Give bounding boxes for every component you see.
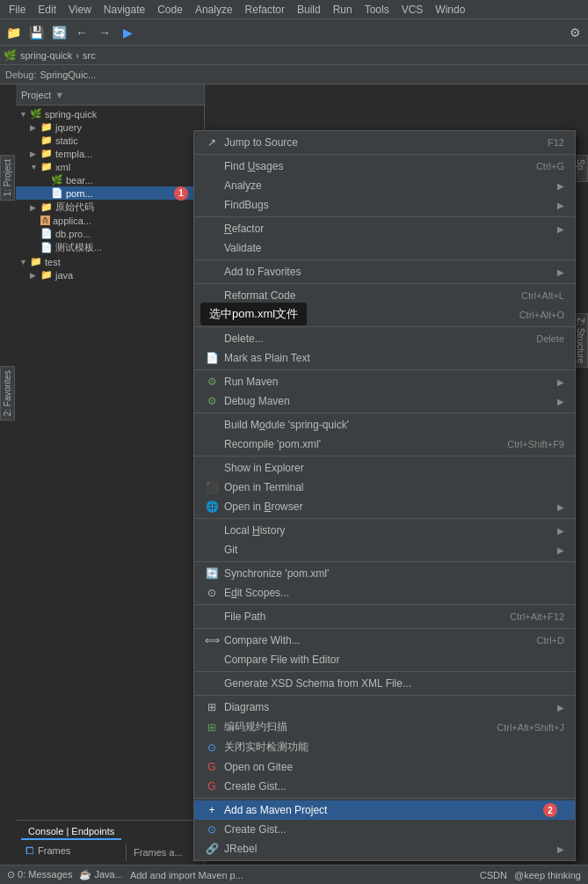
- status-java[interactable]: ☕ Java...: [79, 869, 122, 880]
- separator-1: [194, 154, 575, 155]
- tree-item-java[interactable]: ▶ 📁 java: [16, 268, 204, 281]
- menu-git[interactable]: Git ▶: [194, 540, 575, 559]
- menu-compare-with[interactable]: ⟺ Compare With... Ctrl+D: [194, 631, 575, 650]
- menu-open-browser[interactable]: 🌐 Open in Browser ▶: [194, 497, 575, 516]
- menu-add-maven-project[interactable]: + Add as Maven Project 2: [194, 800, 575, 820]
- menu-validate[interactable]: Validate: [194, 238, 575, 258]
- tree-item-static[interactable]: 📁 static: [16, 134, 204, 147]
- frames-panel: ⧠ Frames: [21, 844, 127, 861]
- save-button[interactable]: 💾: [26, 23, 46, 42]
- menu-file-path[interactable]: File Path Ctrl+Alt+F12: [194, 607, 575, 626]
- menu-file[interactable]: File: [4, 2, 31, 18]
- menu-add-favorites[interactable]: Add to Favorites ▶: [194, 262, 575, 281]
- back-button[interactable]: ←: [72, 23, 91, 42]
- open-button[interactable]: 📁: [4, 23, 23, 42]
- menu-local-history[interactable]: Local History ▶: [194, 521, 575, 540]
- tree-item-template[interactable]: ▶ 📁 templa...: [16, 147, 204, 160]
- mark-plain-icon: 📄: [205, 351, 219, 365]
- separator-14: [194, 695, 575, 696]
- menu-find-usages[interactable]: Find Usages Ctrl+G: [194, 157, 575, 176]
- menu-generate-xsd[interactable]: Generate XSD Schema from XML File...: [194, 674, 575, 693]
- project-panel-header: Project ▼: [16, 84, 204, 106]
- refresh-button[interactable]: 🔄: [49, 23, 69, 42]
- frames-label: ⧠ Frames: [21, 844, 126, 858]
- menu-build[interactable]: Build: [292, 2, 326, 18]
- console-tab[interactable]: Console | Endpoints: [21, 824, 121, 840]
- menu-code[interactable]: Code: [152, 2, 188, 18]
- menu-code-scan[interactable]: ⊞ 编码规约扫描 Ctrl+Alt+Shift+J: [194, 717, 575, 737]
- menu-open-gitee[interactable]: G Open on Gitee: [194, 757, 575, 777]
- menu-edit-scopes[interactable]: ⊙ Edit Scopes...: [194, 583, 575, 603]
- menu-refactor[interactable]: Refactor ▶: [194, 219, 575, 238]
- menu-create-gist-1[interactable]: G Create Gist...: [194, 777, 575, 796]
- add-maven-icon: +: [205, 803, 219, 817]
- separator-15: [194, 798, 575, 799]
- menu-findbugs[interactable]: FindBugs ▶: [194, 195, 575, 215]
- menu-close-realtime[interactable]: ⊙ 关闭实时检测功能: [194, 737, 575, 757]
- menu-tools[interactable]: Tools: [359, 2, 395, 18]
- menu-debug-maven[interactable]: ⚙ Debug Maven ▶: [194, 391, 575, 411]
- menu-build-module[interactable]: Build Module 'spring-quick': [194, 415, 575, 435]
- separator-10: [194, 561, 575, 562]
- menu-analyze[interactable]: Analyze: [190, 2, 238, 18]
- tree-item-dbprop[interactable]: 📄 db.pro...: [16, 227, 204, 240]
- tree-item-application[interactable]: 🅰 applica...: [16, 215, 204, 227]
- tree-item-testtemplate[interactable]: 📄 测试模板...: [16, 240, 204, 255]
- menu-analyze[interactable]: Analyze ▶: [194, 176, 575, 195]
- separator-11: [194, 604, 575, 605]
- menu-run-maven[interactable]: ⚙ Run Maven ▶: [194, 372, 575, 391]
- code-scan-icon: ⊞: [205, 720, 219, 734]
- menu-jrebel[interactable]: 🔗 JRebel ▶: [194, 839, 575, 858]
- compare-icon: ⟺: [205, 633, 219, 647]
- sync-icon: 🔄: [205, 566, 219, 581]
- menu-vcs[interactable]: VCS: [396, 2, 429, 18]
- add-import-label: Add and import Maven p...: [130, 870, 473, 880]
- tree-item-xml[interactable]: ▼ 📁 xml: [16, 160, 204, 173]
- tree-item-pom[interactable]: 📄 pom... 1: [16, 186, 204, 200]
- breadcrumb-src[interactable]: src: [83, 50, 96, 61]
- status-csdn: CSDN: [480, 870, 507, 880]
- tooltip-select-pom: 选中pom.xml文件: [200, 303, 307, 325]
- menu-edit[interactable]: Edit: [33, 2, 62, 18]
- tree-item-test[interactable]: ▼ 📁 test: [16, 255, 204, 268]
- run-button[interactable]: ▶: [118, 23, 137, 42]
- separator-8: [194, 456, 575, 457]
- menu-recompile[interactable]: Recompile 'pom.xml' Ctrl+Shift+F9: [194, 435, 575, 454]
- menu-compare-editor[interactable]: Compare File with Editor: [194, 650, 575, 669]
- tree-item-original[interactable]: ▶ 📁 原始代码: [16, 200, 204, 215]
- tree-item-spring-quick[interactable]: ▼ 🌿 spring-quick: [16, 107, 204, 121]
- settings-button[interactable]: ⚙: [565, 23, 584, 42]
- sidebar-item-project[interactable]: 1: Project: [0, 155, 15, 201]
- sidebar-item-favorites[interactable]: 2: Favorites: [0, 366, 15, 420]
- menu-create-gist-2[interactable]: ⊙ Create Gist...: [194, 820, 575, 839]
- menu-delete[interactable]: Delete... Delete: [194, 329, 575, 348]
- menu-open-terminal[interactable]: ⬛ Open in Terminal: [194, 478, 575, 497]
- tree-item-jquery[interactable]: ▶ 📁 jquery: [16, 121, 204, 134]
- menu-refactor[interactable]: Refactor: [240, 2, 290, 18]
- menu-run[interactable]: Run: [328, 2, 358, 18]
- terminal-icon: ⬛: [205, 480, 219, 494]
- step-badge-2: 2: [543, 803, 557, 817]
- menu-navigate[interactable]: Navigate: [98, 2, 150, 18]
- debug-app: SpringQuic...: [40, 69, 96, 80]
- menu-window[interactable]: Windo: [430, 2, 470, 18]
- menu-show-explorer[interactable]: Show in Explorer: [194, 458, 575, 478]
- status-bar: ⊙ 0: Messages ☕ Java... Add and import M…: [0, 865, 588, 884]
- project-header-label: Project: [21, 90, 51, 100]
- debug-bar: Debug: SpringQuic...: [0, 65, 588, 84]
- separator-5: [194, 326, 575, 327]
- forward-button[interactable]: →: [95, 23, 114, 42]
- status-messages[interactable]: ⊙ 0: Messages: [7, 869, 72, 880]
- context-menu: ↗ Jump to Source F12 Find Usages Ctrl+G …: [193, 130, 576, 861]
- debug-label: Debug:: [5, 69, 36, 80]
- separator-7: [194, 413, 575, 413]
- menu-diagrams[interactable]: ⊞ Diagrams ▶: [194, 698, 575, 717]
- menu-mark-plain-text[interactable]: 📄 Mark as Plain Text: [194, 348, 575, 368]
- menu-view[interactable]: View: [63, 2, 97, 18]
- gist-icon-1: G: [205, 779, 219, 793]
- realtime-icon: ⊙: [205, 741, 219, 755]
- tree-item-bear[interactable]: 🌿 bear...: [16, 173, 204, 186]
- menu-synchronize[interactable]: 🔄 Synchronize 'pom.xml': [194, 564, 575, 583]
- menu-jump-to-source[interactable]: ↗ Jump to Source F12: [194, 133, 575, 152]
- breadcrumb-project[interactable]: spring-quick: [20, 50, 72, 61]
